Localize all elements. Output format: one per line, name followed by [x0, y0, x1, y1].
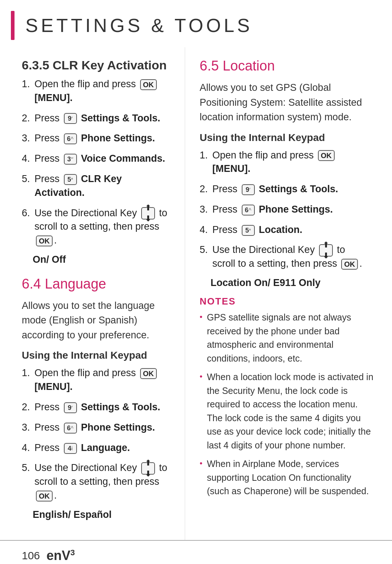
step-64-1: 1. Open the flip and press OK [MENU]. [22, 366, 170, 394]
result-635: On/ Off [33, 254, 170, 265]
step-64-5: 5. Use the Directional Key ⬆⬇ to scroll … [22, 461, 170, 502]
step-65-4: 4. Press 5* Location. [200, 223, 374, 237]
result-64: English/ Español [33, 509, 170, 520]
section-65-description: Allows you to set GPS (Global Positionin… [200, 80, 374, 125]
step-64-2: 2. Press 9′ Settings & Tools. [22, 400, 170, 414]
step-65-5: 5. Use the Directional Key ⬆⬇ to scroll … [200, 243, 374, 271]
section-65-heading: 6.5 Location [200, 58, 374, 74]
footer-brand: enV3 [43, 548, 75, 563]
section-64: 6.4 Language Allows you to set the langu… [22, 276, 170, 520]
note-1: GPS satellite signals are not always rec… [200, 311, 374, 365]
key-9-icon-2: 9′ [64, 402, 77, 413]
header-bar [11, 11, 15, 40]
key-5-icon-2: 5* [242, 225, 255, 236]
footer-page-number: 106 [22, 549, 40, 562]
dir-key-icon-3: ⬆⬇ [319, 244, 333, 257]
main-content: 6.3.5 CLR Key Activation 1. Open the fli… [0, 47, 392, 540]
ok-key-icon-2: OK [36, 235, 53, 246]
section-65: 6.5 Location Allows you to set GPS (Glob… [200, 58, 374, 498]
step-65-2: 2. Press 9′ Settings & Tools. [200, 182, 374, 196]
key-4-icon: 4i [64, 443, 77, 454]
key-3-icon: 3″ [64, 154, 77, 165]
section-635-heading: 6.3.5 CLR Key Activation [22, 58, 170, 72]
note-2: When a location lock mode is activated i… [200, 370, 374, 452]
left-column: 6.3.5 CLR Key Activation 1. Open the fli… [0, 47, 185, 540]
dir-key-icon: ⬆⬇ [141, 207, 155, 219]
step-64-4: 4. Press 4i Language. [22, 441, 170, 455]
key-6-icon: 6^ [64, 133, 77, 144]
step-635-4: 4. Press 3″ Voice Commands. [22, 152, 170, 166]
notes-heading: NOTES [200, 296, 374, 307]
step-635-6: 6. Use the Directional Key ⬆⬇ to scroll … [22, 206, 170, 247]
step-635-5: 5. Press 5* CLR Key Activation. [22, 172, 170, 200]
result-65: Location On/ E911 Only [211, 277, 374, 289]
ok-key-icon-6: OK [341, 259, 358, 270]
ok-key-icon-3: OK [140, 368, 157, 379]
note-3: When in Airplane Mode, services supporti… [200, 457, 374, 498]
footer: 106 enV3 [0, 540, 392, 564]
key-6-icon-2: 6^ [64, 423, 77, 434]
step-64-3: 3. Press 6^ Phone Settings. [22, 421, 170, 435]
step-635-2: 2. Press 9′ Settings & Tools. [22, 112, 170, 125]
section-64-description: Allows you to set the language mode (Eng… [22, 298, 170, 343]
key-9-icon: 9′ [64, 113, 77, 124]
section-64-subsection: Using the Internal Keypad [22, 350, 170, 361]
section-64-heading: 6.4 Language [22, 276, 170, 292]
ok-key-icon-5: OK [318, 150, 335, 161]
page-container: SETTINGS & TOOLS 6.3.5 CLR Key Activatio… [0, 0, 392, 564]
key-9-icon-3: 9′ [242, 184, 255, 195]
step-65-3: 3. Press 6^ Phone Settings. [200, 203, 374, 217]
step-635-1: 1. Open the flip and press OK [MENU]. [22, 77, 170, 105]
ok-key-icon-4: OK [36, 491, 53, 501]
key-6-icon-3: 6^ [242, 205, 255, 215]
dir-key-icon-2: ⬆⬇ [141, 462, 155, 475]
header: SETTINGS & TOOLS [0, 0, 392, 47]
step-65-1: 1. Open the flip and press OK [MENU]. [200, 149, 374, 176]
key-5-icon: 5* [64, 174, 77, 185]
notes-list: GPS satellite signals are not always rec… [200, 311, 374, 498]
ok-key-icon: OK [140, 79, 157, 90]
step-635-3: 3. Press 6^ Phone Settings. [22, 132, 170, 145]
right-column: 6.5 Location Allows you to set GPS (Glob… [185, 47, 392, 540]
page-title: SETTINGS & TOOLS [25, 11, 253, 40]
section-65-subsection: Using the Internal Keypad [200, 132, 374, 144]
section-635: 6.3.5 CLR Key Activation 1. Open the fli… [22, 58, 170, 265]
